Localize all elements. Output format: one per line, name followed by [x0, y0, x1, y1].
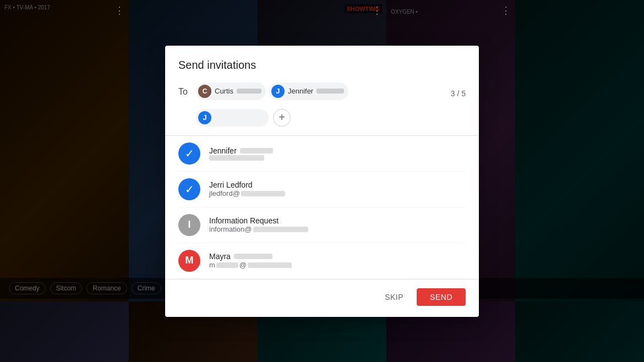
contact-info-jennifer: Jennifer — [209, 146, 466, 161]
contact-name-mayra: Mayra — [209, 252, 466, 261]
contact-email-jerri: jledford@ — [209, 189, 466, 198]
checkmark-icon-jennifer: ✓ — [185, 147, 194, 160]
avatar-info: I — [178, 214, 200, 236]
contact-list[interactable]: ✓ Jennifer ✓ Jerri Led — [165, 136, 479, 279]
contact-item-info[interactable]: I Information Request information@ — [178, 207, 466, 243]
contact-info-info: Information Request information@ — [209, 216, 466, 233]
skip-button[interactable]: SKIP — [376, 288, 412, 306]
send-invitations-dialog: Send invitations To C Curtis — [165, 46, 479, 317]
recipient-name-jennifer: Jennifer — [288, 87, 313, 95]
recipient-search-input[interactable] — [215, 113, 264, 122]
contact-item-jerri[interactable]: ✓ Jerri Ledford jledford@ — [178, 172, 466, 207]
dialog-footer: SKIP SEND — [178, 288, 466, 306]
divider-bottom — [165, 279, 479, 279]
name-blur-jennifer — [316, 89, 344, 94]
recipient-chip-jennifer[interactable]: J Jennifer — [269, 83, 348, 100]
recipient-chip-curtis[interactable]: C Curtis — [196, 83, 266, 100]
contact-item-jennifer[interactable]: ✓ Jennifer — [178, 136, 466, 172]
name-blur-mayra — [234, 254, 272, 259]
send-button[interactable]: SEND — [417, 288, 466, 306]
email-blur-info — [253, 227, 308, 232]
email-blur-jerri — [241, 191, 285, 196]
contact-check-jerri[interactable]: ✓ — [178, 178, 200, 200]
recipient-counter: 3 / 5 — [451, 85, 466, 98]
contact-email-jennifer — [209, 155, 466, 161]
avatar-mayra: M — [178, 250, 200, 272]
contact-info-mayra: Mayra m @ — [209, 252, 466, 269]
contact-name-info: Information Request — [209, 216, 466, 225]
avatar-new-recipient: J — [198, 111, 211, 124]
avatar-jennifer-chip: J — [271, 85, 285, 98]
email-blur-jennifer — [209, 155, 264, 161]
checkmark-icon-jerri: ✓ — [185, 183, 194, 196]
new-recipient-chip[interactable]: J — [196, 109, 269, 127]
new-recipient-row: J + — [178, 109, 466, 127]
email-blur-mayra-2 — [248, 262, 292, 268]
email-blur-mayra-1 — [216, 262, 238, 268]
recipients-container: C Curtis J Jennifer 3 / 5 — [196, 83, 466, 100]
add-recipient-button[interactable]: + — [273, 109, 291, 127]
contact-info-jerri: Jerri Ledford jledford@ — [209, 180, 466, 198]
contact-email-info: information@ — [209, 225, 466, 233]
to-field: To C Curtis J Jennifer — [178, 83, 466, 100]
contact-check-jennifer[interactable]: ✓ — [178, 142, 200, 164]
avatar-curtis: C — [198, 85, 211, 98]
name-blur-jennifer-list — [240, 148, 273, 153]
svg-text:C: C — [203, 87, 208, 95]
contact-item-mayra[interactable]: M Mayra m @ — [178, 243, 466, 279]
contact-name-jerri: Jerri Ledford — [209, 180, 466, 189]
contact-name-jennifer: Jennifer — [209, 146, 466, 155]
modal-overlay: Send invitations To C Curtis — [0, 0, 644, 362]
to-label: To — [178, 83, 192, 97]
dialog-title: Send invitations — [178, 59, 466, 72]
recipient-name-curtis: Curtis — [215, 87, 233, 95]
contact-email-mayra: m @ — [209, 261, 466, 269]
name-blur-curtis — [237, 89, 261, 94]
